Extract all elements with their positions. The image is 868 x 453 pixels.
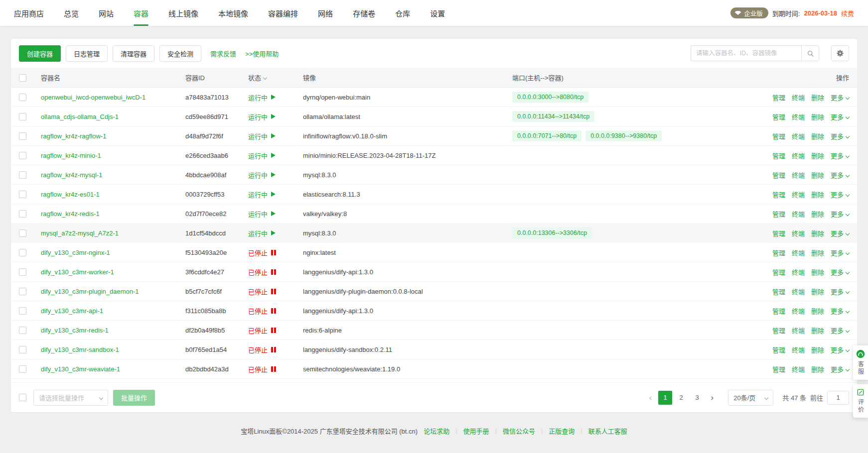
settings-button[interactable] — [831, 45, 849, 61]
terminal-link[interactable]: 终端 — [792, 228, 805, 238]
delete-link[interactable]: 删除 — [811, 151, 824, 160]
create-container-button[interactable]: 创建容器 — [19, 45, 61, 62]
delete-link[interactable]: 删除 — [811, 170, 824, 180]
container-name-link[interactable]: ragflow_kr4z-redis-1 — [41, 210, 100, 218]
nav-item-repo[interactable]: 仓库 — [395, 0, 410, 26]
container-name-link[interactable]: ragflow_kr4z-ragflow-1 — [41, 132, 107, 140]
delete-link[interactable]: 删除 — [811, 112, 824, 121]
delete-link[interactable]: 删除 — [811, 248, 824, 257]
manage-link[interactable]: 管理 — [772, 364, 785, 374]
terminal-link[interactable]: 终端 — [792, 306, 805, 316]
row-checkbox[interactable] — [19, 152, 26, 159]
goto-page-input[interactable] — [827, 391, 849, 405]
nav-item-settings[interactable]: 设置 — [430, 0, 445, 26]
delete-link[interactable]: 删除 — [811, 228, 824, 238]
select-all-checkbox[interactable] — [19, 74, 26, 82]
nav-item-network[interactable]: 网络 — [318, 0, 333, 26]
page-button-1[interactable]: 1 — [658, 391, 672, 405]
manage-link[interactable]: 管理 — [772, 151, 785, 160]
terminal-link[interactable]: 终端 — [792, 326, 805, 335]
delete-link[interactable]: 删除 — [811, 345, 824, 354]
terminal-link[interactable]: 终端 — [792, 190, 805, 199]
page-button-2[interactable]: 2 — [674, 391, 688, 405]
container-name-link[interactable]: ragflow_kr4z-minio-1 — [41, 152, 101, 159]
search-button[interactable] — [801, 45, 819, 61]
terminal-link[interactable]: 终端 — [792, 209, 805, 219]
terminal-link[interactable]: 终端 — [792, 151, 805, 160]
feedback-link[interactable]: 需求反馈 — [210, 49, 236, 58]
terminal-link[interactable]: 终端 — [792, 170, 805, 180]
manage-link[interactable]: 管理 — [772, 228, 785, 238]
container-name-link[interactable]: ragflow_kr4z-mysql-1 — [41, 171, 103, 179]
terminal-link[interactable]: 终端 — [792, 93, 805, 102]
manage-link[interactable]: 管理 — [772, 170, 785, 180]
container-name-link[interactable]: dify_v130_c3mr-nginx-1 — [41, 249, 110, 256]
footer-link[interactable]: 正版查询 — [549, 426, 575, 436]
more-link[interactable]: 更多 — [831, 151, 849, 160]
more-link[interactable]: 更多 — [831, 287, 849, 296]
page-button-3[interactable]: 3 — [690, 391, 704, 405]
row-checkbox[interactable] — [19, 346, 26, 353]
container-name-link[interactable]: dify_v130_c3mr-weaviate-1 — [41, 365, 120, 373]
more-link[interactable]: 更多 — [831, 112, 849, 121]
more-link[interactable]: 更多 — [831, 131, 849, 141]
more-link[interactable]: 更多 — [831, 326, 849, 335]
delete-link[interactable]: 删除 — [811, 267, 824, 277]
delete-link[interactable]: 删除 — [811, 209, 824, 219]
nav-item-appstore[interactable]: 应用商店 — [14, 0, 44, 26]
row-checkbox[interactable] — [19, 365, 26, 373]
container-name-link[interactable]: dify_v130_c3mr-plugin_daemon-1 — [41, 288, 139, 295]
prev-page-button[interactable]: ‹ — [643, 391, 657, 405]
nav-item-container[interactable]: 容器 — [134, 0, 148, 26]
manage-link[interactable]: 管理 — [772, 112, 785, 121]
nav-item-compose[interactable]: 容器编排 — [268, 0, 298, 26]
container-name-link[interactable]: dify_v130_c3mr-redis-1 — [41, 327, 109, 334]
more-link[interactable]: 更多 — [831, 93, 849, 102]
row-checkbox[interactable] — [19, 191, 26, 198]
more-link[interactable]: 更多 — [831, 190, 849, 199]
container-name-link[interactable]: mysql_a7z2-mysql_A7z2-1 — [41, 229, 119, 237]
row-checkbox[interactable] — [19, 249, 26, 256]
more-link[interactable]: 更多 — [831, 209, 849, 219]
footer-link[interactable]: 论坛求助 — [424, 426, 449, 436]
row-checkbox[interactable] — [19, 113, 26, 120]
terminal-link[interactable]: 终端 — [792, 112, 805, 121]
footer-link[interactable]: 微信公众号 — [503, 426, 535, 436]
manage-link[interactable]: 管理 — [772, 345, 785, 354]
more-link[interactable]: 更多 — [831, 228, 849, 238]
search-input[interactable] — [691, 45, 801, 61]
container-name-link[interactable]: dify_v130_c3mr-worker-1 — [41, 268, 114, 276]
next-page-button[interactable]: › — [705, 391, 719, 405]
delete-link[interactable]: 删除 — [811, 131, 824, 141]
footer-link[interactable]: 联系人工客服 — [588, 426, 627, 436]
review-widget[interactable]: 评价 — [853, 384, 868, 418]
security-check-button[interactable]: 安全检测 — [159, 45, 201, 62]
manage-link[interactable]: 管理 — [772, 306, 785, 316]
terminal-link[interactable]: 终端 — [792, 248, 805, 257]
row-checkbox[interactable] — [19, 307, 26, 315]
footer-link[interactable]: 使用手册 — [463, 426, 489, 436]
more-link[interactable]: 更多 — [831, 345, 849, 354]
container-name-link[interactable]: openwebui_iwcd-openwebui_iwcD-1 — [41, 94, 145, 101]
terminal-link[interactable]: 终端 — [792, 267, 805, 277]
container-name-link[interactable]: ragflow_kr4z-es01-1 — [41, 191, 100, 198]
row-checkbox[interactable] — [19, 210, 26, 218]
enterprise-badge[interactable]: 企业版 — [730, 7, 768, 18]
container-name-link[interactable]: ollama_cdjs-ollama_Cdjs-1 — [41, 113, 119, 120]
manage-link[interactable]: 管理 — [772, 287, 785, 296]
manage-link[interactable]: 管理 — [772, 248, 785, 257]
manage-link[interactable]: 管理 — [772, 267, 785, 277]
row-checkbox[interactable] — [19, 229, 26, 237]
nav-item-local-image[interactable]: 本地镜像 — [218, 0, 248, 26]
terminal-link[interactable]: 终端 — [792, 364, 805, 374]
container-name-link[interactable]: dify_v130_c3mr-sandbox-1 — [41, 346, 119, 353]
batch-operation-button[interactable]: 批量操作 — [113, 390, 155, 406]
help-link[interactable]: >>使用帮助 — [245, 49, 279, 58]
more-link[interactable]: 更多 — [831, 364, 849, 374]
manage-link[interactable]: 管理 — [772, 93, 785, 102]
row-checkbox[interactable] — [19, 171, 26, 179]
more-link[interactable]: 更多 — [831, 306, 849, 316]
row-checkbox[interactable] — [19, 288, 26, 295]
more-link[interactable]: 更多 — [831, 248, 849, 257]
container-name-link[interactable]: dify_v130_c3mr-api-1 — [41, 307, 103, 315]
